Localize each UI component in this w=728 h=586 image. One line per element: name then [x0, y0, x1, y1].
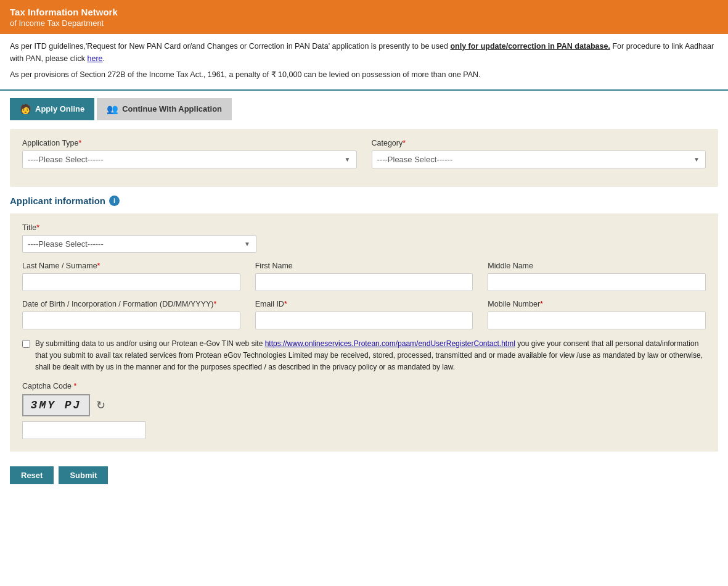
- dob-email-mobile-row: Date of Birth / Incorporation / Formatio…: [22, 300, 706, 329]
- email-label: Email ID*: [255, 300, 473, 308]
- mobile-label: Mobile Number*: [488, 300, 706, 308]
- tab-continue-application[interactable]: 👥 Continue With Application: [97, 98, 232, 120]
- tabs-section: 🧑 Apply Online 👥 Continue With Applicati…: [0, 91, 728, 120]
- person-add-icon: 🧑: [20, 104, 31, 115]
- application-type-select-wrapper: ----Please Select------: [22, 151, 357, 168]
- last-name-label: Last Name / Surname*: [22, 262, 240, 270]
- applicant-info-heading: Applicant information i: [10, 196, 718, 206]
- applicant-section: Applicant information i Title* ----Pleas…: [10, 196, 718, 452]
- submit-button[interactable]: Submit: [59, 466, 108, 484]
- title-label: Title*: [22, 223, 256, 232]
- category-select-wrapper: ----Please Select------: [372, 151, 706, 168]
- captcha-row: 3MY PJ ↻: [22, 394, 706, 416]
- tab-apply-online[interactable]: 🧑 Apply Online: [10, 98, 94, 120]
- notice1-prefix: As per ITD guidelines,'Request for New P…: [10, 42, 450, 51]
- last-name-group: Last Name / Surname*: [22, 262, 240, 291]
- tab-continue-application-label: Continue With Application: [122, 104, 222, 113]
- title-select[interactable]: ----Please Select------: [22, 235, 256, 253]
- application-type-group: Application Type* ----Please Select-----…: [22, 139, 357, 168]
- category-select[interactable]: ----Please Select------: [372, 151, 706, 168]
- mobile-input[interactable]: [488, 312, 706, 329]
- dob-input[interactable]: [22, 312, 240, 329]
- info-icon[interactable]: i: [109, 196, 120, 206]
- consent-row: By submitting data to us and/or using ou…: [22, 338, 706, 374]
- header: Tax Information Network of Income Tax De…: [0, 0, 728, 34]
- captcha-image: 3MY PJ: [22, 394, 90, 416]
- title-select-wrapper: ----Please Select------: [22, 235, 256, 253]
- title-group: Title* ----Please Select------: [22, 223, 256, 253]
- category-group: Category* ----Please Select------: [372, 139, 706, 168]
- continue-icon: 👥: [107, 104, 118, 115]
- captcha-label: Captcha Code *: [22, 382, 706, 390]
- consent-text: By submitting data to us and/or using ou…: [35, 338, 706, 374]
- category-label: Category*: [372, 139, 706, 147]
- first-name-input[interactable]: [255, 273, 473, 291]
- notice2: As per provisions of Section 272B of the…: [10, 68, 718, 81]
- consent-checkbox[interactable]: [22, 340, 30, 348]
- dob-label: Date of Birth / Incorporation / Formatio…: [22, 300, 240, 308]
- refresh-icon[interactable]: ↻: [96, 398, 105, 412]
- middle-name-input[interactable]: [488, 273, 706, 291]
- dob-group: Date of Birth / Incorporation / Formatio…: [22, 300, 240, 329]
- last-name-input[interactable]: [22, 273, 240, 291]
- application-type-label: Application Type*: [22, 139, 357, 147]
- captcha-input[interactable]: [22, 421, 145, 439]
- notice-section: As per ITD guidelines,'Request for New P…: [0, 34, 728, 85]
- application-type-row: Application Type* ----Please Select-----…: [22, 139, 706, 168]
- applicant-form: Title* ----Please Select------ Last Name…: [10, 213, 718, 452]
- middle-name-group: Middle Name: [488, 262, 706, 291]
- reset-button[interactable]: Reset: [10, 466, 54, 484]
- tab-apply-online-label: Apply Online: [35, 104, 84, 113]
- name-row: Last Name / Surname* First Name Middle N…: [22, 262, 706, 291]
- email-input[interactable]: [255, 312, 473, 329]
- captcha-section: Captcha Code * 3MY PJ ↻: [22, 382, 706, 439]
- first-name-label: First Name: [255, 262, 473, 270]
- email-group: Email ID*: [255, 300, 473, 329]
- header-title: Tax Information Network: [10, 6, 118, 19]
- consent-link[interactable]: https://www.onlineservices.Protean.com/p…: [265, 339, 515, 348]
- footer-buttons: Reset Submit: [0, 458, 728, 493]
- mobile-group: Mobile Number*: [488, 300, 706, 329]
- first-name-group: First Name: [255, 262, 473, 291]
- application-type-section: Application Type* ----Please Select-----…: [10, 129, 718, 187]
- middle-name-label: Middle Name: [488, 262, 706, 270]
- applicant-info-title: Applicant information: [10, 196, 105, 206]
- here-link[interactable]: here: [88, 54, 103, 63]
- notice1-bold: only for update/correction in PAN databa…: [450, 42, 610, 51]
- notice1: As per ITD guidelines,'Request for New P…: [10, 40, 718, 65]
- application-type-select[interactable]: ----Please Select------: [22, 151, 357, 168]
- header-subtitle: of Income Tax Department: [10, 19, 118, 28]
